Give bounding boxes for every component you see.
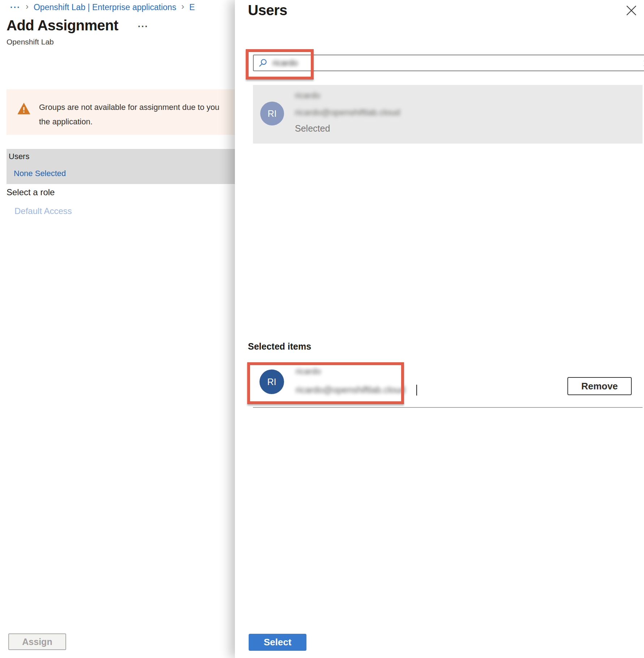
clear-search-icon[interactable]	[643, 59, 644, 67]
avatar: RI	[260, 102, 284, 125]
breadcrumb: ··· › Openshift Lab | Enterprise applica…	[10, 2, 195, 12]
page-title-row: Add Assignment ···	[7, 17, 148, 34]
selected-item-divider	[253, 407, 643, 408]
breadcrumb-separator-icon: ›	[181, 1, 184, 12]
text-cursor	[416, 385, 417, 396]
remove-button[interactable]: Remove	[567, 377, 632, 395]
users-panel: Users ricardo RI ricardo ricardo@openshi…	[235, 0, 644, 658]
users-picker-none-selected-link[interactable]: None Selected	[14, 169, 66, 178]
users-picker-section: Users None Selected	[7, 149, 236, 184]
selected-items-heading: Selected items	[248, 341, 311, 352]
assign-button[interactable]: Assign	[8, 633, 66, 650]
suggestion-user-email-blurred: ricardo@openshiftlab.cloud	[295, 107, 400, 118]
warning-banner-text: Groups are not available for assignment …	[39, 100, 219, 129]
avatar: RI	[259, 369, 284, 394]
screen: ··· › Openshift Lab | Enterprise applica…	[0, 0, 644, 658]
user-search-input[interactable]: ricardo	[253, 55, 644, 71]
page-title: Add Assignment	[7, 17, 118, 34]
page-subtitle: Openshift Lab	[7, 38, 54, 46]
search-icon	[258, 58, 267, 68]
users-picker-label: Users	[9, 152, 29, 161]
suggestion-selected-status: Selected	[295, 123, 330, 134]
warning-triangle-icon	[17, 103, 30, 115]
warning-banner: Groups are not available for assignment …	[7, 89, 236, 135]
warning-line-2: the application.	[39, 115, 219, 129]
select-button[interactable]: Select	[249, 634, 306, 651]
page-context-menu-button[interactable]: ···	[138, 21, 148, 32]
breadcrumb-overflow-button[interactable]: ···	[10, 3, 21, 12]
search-input-value-blurred: ricardo	[272, 58, 298, 68]
warning-line-1: Groups are not available for assignment …	[39, 100, 219, 115]
role-picker-label: Select a role	[7, 187, 55, 197]
suggestion-user-name-blurred: ricardo	[295, 91, 320, 101]
breadcrumb-link-enterprise-applications[interactable]: Openshift Lab | Enterprise applications	[34, 3, 176, 12]
breadcrumb-link-truncated[interactable]: E	[189, 3, 195, 12]
close-icon[interactable]	[625, 4, 637, 17]
selected-user-email-blurred: ricardo@openshiftlab.cloud	[296, 385, 405, 395]
breadcrumb-separator-icon: ›	[26, 1, 29, 12]
user-suggestion-row[interactable]: RI ricardo ricardo@openshiftlab.cloud Se…	[253, 85, 643, 144]
selected-user-name-blurred: ricardo	[296, 367, 321, 376]
users-panel-title: Users	[248, 2, 287, 18]
role-picker-default-access-link[interactable]: Default Access	[14, 206, 72, 216]
